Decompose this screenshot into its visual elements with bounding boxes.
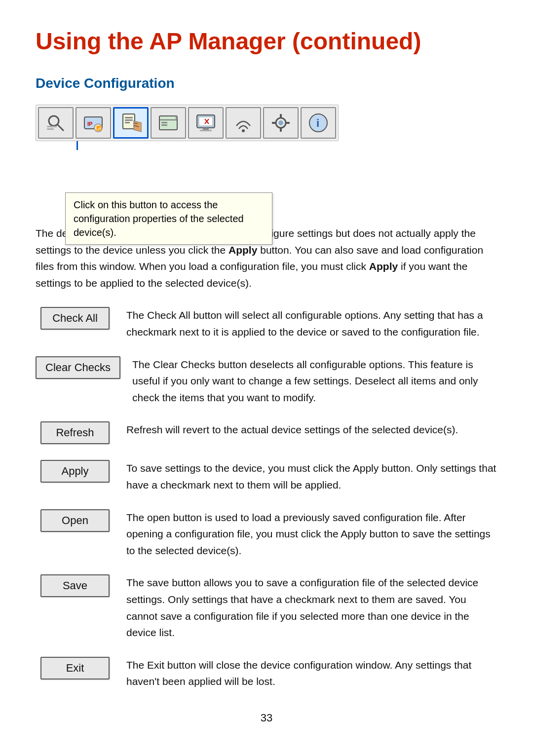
toolbar-monitor-icon[interactable] bbox=[188, 107, 224, 139]
svg-rect-11 bbox=[125, 122, 130, 123]
svg-point-26 bbox=[242, 129, 245, 132]
svg-text:i: i bbox=[316, 117, 319, 129]
svg-rect-9 bbox=[125, 117, 133, 118]
check-all-button[interactable]: Check All bbox=[40, 307, 110, 330]
button-desc-4: The open button is used to load a previo… bbox=[126, 509, 497, 559]
refresh-button[interactable]: Refresh bbox=[40, 421, 110, 444]
button-col-3: Apply bbox=[36, 460, 114, 483]
button-row: Apply To save settings to the device, yo… bbox=[36, 460, 497, 493]
svg-rect-32 bbox=[286, 122, 290, 124]
button-desc-5: The save button allows you to save a con… bbox=[126, 574, 497, 641]
svg-point-0 bbox=[49, 116, 59, 126]
button-col-4: Open bbox=[36, 509, 114, 532]
button-row: Exit The Exit button will close the devi… bbox=[36, 657, 497, 690]
svg-rect-31 bbox=[272, 122, 276, 124]
svg-rect-8 bbox=[123, 114, 135, 129]
tooltip-text: Click on this button to access the confi… bbox=[74, 199, 244, 238]
svg-rect-30 bbox=[280, 128, 282, 132]
button-row: Check All The Check All button will sele… bbox=[36, 307, 497, 340]
svg-rect-29 bbox=[280, 114, 282, 118]
svg-rect-17 bbox=[161, 122, 167, 123]
button-desc-6: The Exit button will close the device co… bbox=[126, 657, 497, 690]
svg-line-1 bbox=[58, 125, 64, 131]
svg-rect-22 bbox=[203, 128, 209, 130]
toolbar-settings-icon[interactable] bbox=[151, 107, 186, 139]
apply-button[interactable]: Apply bbox=[40, 460, 110, 483]
button-col-2: Refresh bbox=[36, 421, 114, 444]
svg-rect-10 bbox=[125, 119, 133, 121]
exit-button[interactable]: Exit bbox=[40, 657, 110, 680]
svg-rect-2 bbox=[47, 126, 57, 127]
svg-rect-23 bbox=[200, 130, 212, 131]
toolbar-ip-icon[interactable]: IP 📶 bbox=[76, 107, 111, 139]
button-row: Save The save button allows you to save … bbox=[36, 574, 497, 641]
toolbar-gear-icon[interactable] bbox=[263, 107, 299, 139]
button-desc-3: To save settings to the device, you must… bbox=[126, 460, 497, 493]
button-desc-1: The Clear Checks button deselects all co… bbox=[132, 356, 497, 406]
button-desc-0: The Check All button will select all con… bbox=[126, 307, 497, 340]
button-list: Check All The Check All button will sele… bbox=[36, 307, 497, 690]
button-desc-2: Refresh will revert to the actual device… bbox=[126, 421, 497, 438]
button-row: Clear Checks The Clear Checks button des… bbox=[36, 356, 497, 406]
open-button[interactable]: Open bbox=[40, 509, 110, 532]
svg-rect-18 bbox=[161, 124, 167, 126]
toolbar-wireless-icon[interactable] bbox=[226, 107, 261, 139]
svg-rect-3 bbox=[47, 128, 54, 130]
section-title: Device Configuration bbox=[36, 73, 497, 94]
toolbar-icons: IP 📶 bbox=[36, 105, 339, 141]
page-number: 33 bbox=[36, 710, 497, 726]
toolbar-info-icon[interactable]: i bbox=[301, 107, 336, 139]
svg-point-28 bbox=[278, 120, 283, 125]
toolbar-config-icon[interactable] bbox=[113, 107, 149, 139]
button-col-0: Check All bbox=[36, 307, 114, 330]
svg-rect-21 bbox=[199, 117, 213, 126]
svg-text:IP: IP bbox=[87, 121, 92, 127]
button-row: Open The open button is used to load a p… bbox=[36, 509, 497, 559]
clear-checks-button[interactable]: Clear Checks bbox=[36, 356, 120, 379]
button-col-1: Clear Checks bbox=[36, 356, 120, 379]
toolbar-search-icon[interactable] bbox=[38, 107, 74, 139]
button-col-5: Save bbox=[36, 574, 114, 597]
svg-text:📶: 📶 bbox=[96, 125, 102, 131]
button-row: Refresh Refresh will revert to the actua… bbox=[36, 421, 497, 444]
button-col-6: Exit bbox=[36, 657, 114, 680]
page-title: Using the AP Manager (continued) bbox=[36, 24, 497, 59]
tooltip-box: Click on this button to access the confi… bbox=[65, 192, 272, 245]
toolbar-area: IP 📶 bbox=[36, 105, 497, 150]
save-button[interactable]: Save bbox=[40, 574, 110, 597]
